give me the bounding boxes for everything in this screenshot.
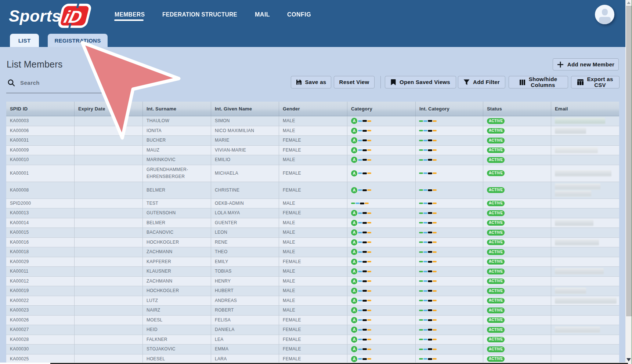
svg-text:Sports: Sports [9,7,61,25]
